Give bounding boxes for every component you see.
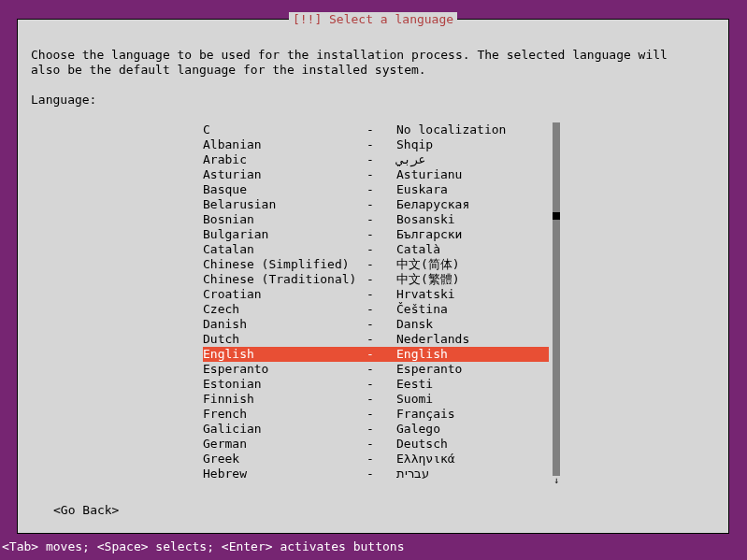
dialog-title: [!!] Select a language [289, 12, 457, 26]
language-row[interactable]: Hebrew-עברית [203, 467, 549, 481]
language-row[interactable]: Bosnian-Bosanski [203, 212, 549, 227]
language-name: Chinese (Traditional) [203, 272, 366, 287]
separator: - [366, 302, 396, 317]
language-name: Hebrew [203, 467, 366, 481]
language-row[interactable]: Danish-Dansk [203, 317, 549, 332]
language-native: עברית [396, 467, 429, 481]
language-name: Basque [203, 182, 366, 197]
separator: - [366, 152, 396, 167]
separator: - [366, 317, 396, 332]
language-native: Suomi [396, 392, 433, 407]
language-row[interactable]: Dutch-Nederlands [203, 332, 549, 347]
status-bar: <Tab> moves; <Space> selects; <Enter> ac… [0, 539, 747, 554]
separator: - [366, 347, 396, 362]
language-name: Estonian [203, 377, 366, 392]
language-name: French [203, 407, 366, 422]
language-dialog: [!!] Select a language Choose the langua… [17, 19, 729, 534]
scrollbar-track[interactable] [553, 122, 560, 481]
language-row[interactable]: Finnish-Suomi [203, 392, 549, 407]
language-name: English [203, 347, 366, 362]
separator: - [366, 197, 396, 212]
language-name: Chinese (Simplified) [203, 257, 366, 272]
language-row[interactable]: Czech-Čeština [203, 302, 549, 317]
language-name: Arabic [203, 152, 366, 167]
language-native: Shqip [396, 137, 433, 152]
language-name: Albanian [203, 137, 366, 152]
language-name: Galician [203, 422, 366, 437]
separator: - [366, 122, 396, 137]
separator: - [366, 362, 396, 377]
language-row[interactable]: C-No localization [203, 122, 549, 137]
separator: - [366, 467, 396, 481]
language-name: Dutch [203, 332, 366, 347]
separator: - [366, 257, 396, 272]
language-name: Finnish [203, 392, 366, 407]
language-native: Čeština [396, 302, 448, 317]
language-native: عربي [396, 152, 425, 167]
language-native: Български [396, 227, 462, 242]
language-name: Esperanto [203, 362, 366, 377]
language-native: 中文(简体) [396, 257, 460, 272]
scroll-down-icon[interactable]: ↓ [553, 476, 560, 485]
dialog-title-row: [!!] Select a language [18, 12, 728, 27]
separator: - [366, 212, 396, 227]
separator: - [366, 437, 396, 452]
language-row[interactable]: Estonian-Eesti [203, 377, 549, 392]
separator: - [366, 452, 396, 467]
language-native: Eesti [396, 377, 433, 392]
language-row[interactable]: Catalan-Català [203, 242, 549, 257]
language-row[interactable]: Arabic-عربي [203, 152, 549, 167]
separator: - [366, 137, 396, 152]
language-name: Catalan [203, 242, 366, 257]
language-row[interactable]: Asturian-Asturianu [203, 167, 549, 182]
separator: - [366, 242, 396, 257]
language-native: English [396, 347, 448, 362]
language-native: Esperanto [396, 362, 462, 377]
language-native: Deutsch [396, 437, 448, 452]
separator: - [366, 377, 396, 392]
separator: - [366, 272, 396, 287]
language-name: German [203, 437, 366, 452]
language-row[interactable]: Albanian-Shqip [203, 137, 549, 152]
language-row[interactable]: Galician-Galego [203, 422, 549, 437]
language-row[interactable]: Greek-Ελληνικά [203, 452, 549, 467]
language-label: Language: [31, 93, 96, 108]
language-native: Galego [396, 422, 440, 437]
language-name: Danish [203, 317, 366, 332]
language-native: Ελληνικά [396, 452, 455, 467]
language-name: Bulgarian [203, 227, 366, 242]
separator: - [366, 182, 396, 197]
language-name: Croatian [203, 287, 366, 302]
language-row[interactable]: English-English [203, 347, 549, 362]
language-row[interactable]: German-Deutsch [203, 437, 549, 452]
language-name: Belarusian [203, 197, 366, 212]
go-back-button[interactable]: <Go Back> [53, 503, 119, 518]
language-native: Беларуская [396, 197, 469, 212]
language-row[interactable]: Chinese (Traditional)-中文(繁體) [203, 272, 549, 287]
language-row[interactable]: Chinese (Simplified)-中文(简体) [203, 257, 549, 272]
language-native: No localization [396, 122, 506, 137]
language-native: Euskara [396, 182, 448, 197]
language-row[interactable]: French-Français [203, 407, 549, 422]
language-native: Français [396, 407, 455, 422]
language-name: Asturian [203, 167, 366, 182]
separator: - [366, 392, 396, 407]
separator: - [366, 287, 396, 302]
language-native: Català [396, 242, 440, 257]
language-row[interactable]: Bulgarian-Български [203, 227, 549, 242]
language-list[interactable]: C-No localizationAlbanian-ShqipArabic-عر… [203, 122, 549, 481]
language-row[interactable]: Basque-Euskara [203, 182, 549, 197]
scrollbar-thumb[interactable] [553, 212, 560, 220]
language-row[interactable]: Croatian-Hrvatski [203, 287, 549, 302]
language-native: Nederlands [396, 332, 469, 347]
language-row[interactable]: Esperanto-Esperanto [203, 362, 549, 377]
dialog-description: Choose the language to be used for the i… [31, 48, 668, 78]
language-name: C [203, 122, 366, 137]
separator: - [366, 422, 396, 437]
language-row[interactable]: Belarusian-Беларуская [203, 197, 549, 212]
language-name: Bosnian [203, 212, 366, 227]
separator: - [366, 167, 396, 182]
separator: - [366, 407, 396, 422]
separator: - [366, 332, 396, 347]
language-native: Bosanski [396, 212, 455, 227]
